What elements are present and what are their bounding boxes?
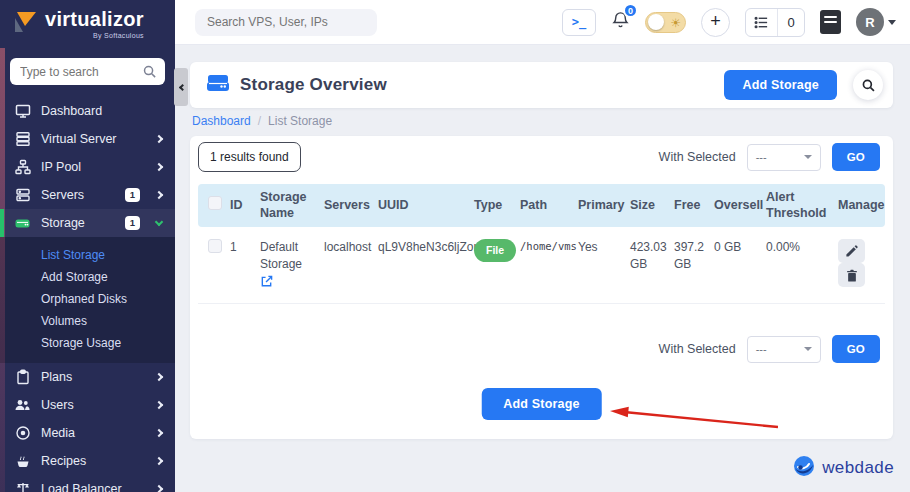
- tasks-count: 0: [778, 15, 804, 30]
- submenu-item-orphaned-disks[interactable]: Orphaned Disks: [0, 288, 175, 310]
- sidebar-item-virtual-server[interactable]: Virtual Server: [0, 125, 175, 153]
- plans-icon: [14, 369, 31, 385]
- sidebar-item-label: Storage: [41, 216, 85, 230]
- trash-icon: [846, 269, 858, 282]
- with-selected-dropdown[interactable]: ---: [747, 336, 821, 363]
- col-uuid: UUID: [374, 184, 470, 227]
- chevron-right-icon: [155, 485, 163, 492]
- edit-button[interactable]: [838, 239, 865, 263]
- table-row: 1 Default Storage localhost qL9V8heN3c6l…: [198, 227, 885, 303]
- breadcrumb-separator: /: [258, 114, 261, 128]
- select-all-checkbox[interactable]: [208, 196, 222, 210]
- col-free: Free: [670, 184, 710, 227]
- cell-path: /home/vms: [516, 227, 574, 303]
- sidebar-item-dashboard[interactable]: Dashboard: [0, 97, 175, 125]
- col-type: Type: [470, 184, 516, 227]
- sidebar-item-label: Users: [41, 398, 74, 412]
- sidebar-item-label: Media: [41, 426, 75, 440]
- row-checkbox[interactable]: [208, 239, 222, 253]
- dropdown-value: ---: [756, 151, 767, 163]
- page-search-button[interactable]: [853, 70, 883, 100]
- results-count-badge: 1 results found: [198, 142, 301, 172]
- col-storage-name: Storage Name: [256, 184, 320, 227]
- chevron-down-icon: [804, 155, 812, 159]
- watermark-text: webdade: [822, 458, 894, 478]
- go-button[interactable]: GO: [832, 335, 880, 363]
- page-title: Storage Overview: [240, 75, 387, 95]
- sidebar-collapse-button[interactable]: [174, 68, 188, 106]
- breadcrumb-dashboard-link[interactable]: Dashboard: [192, 114, 251, 128]
- sidebar-item-recipes[interactable]: Recipes: [0, 447, 175, 475]
- storage-count-badge: 1: [125, 216, 140, 230]
- media-icon: [14, 425, 31, 441]
- notifications-badge: 0: [623, 3, 638, 18]
- book-icon[interactable]: [820, 10, 841, 34]
- ip-pool-icon: [14, 159, 31, 175]
- sidebar-item-storage[interactable]: Storage 1: [0, 209, 175, 237]
- col-servers: Servers: [320, 184, 374, 227]
- with-selected-label: With Selected: [659, 342, 736, 356]
- add-new-button[interactable]: +: [701, 8, 730, 37]
- sidebar-item-label: Servers: [41, 188, 84, 202]
- cell-alert-threshold: 0.00%: [762, 227, 834, 303]
- storage-list-panel: 1 results found With Selected --- GO ID …: [190, 136, 893, 439]
- chevron-down-icon: [155, 217, 163, 225]
- brand-name: virtualizor: [45, 8, 144, 30]
- cell-storage-name: Default Storage: [256, 227, 320, 303]
- chevron-right-icon: [155, 429, 163, 437]
- delete-button[interactable]: [838, 263, 865, 287]
- sidebar-item-label: Recipes: [41, 454, 86, 468]
- table-header-row: ID Storage Name Servers UUID Type Path P…: [198, 184, 885, 227]
- avatar: R: [856, 8, 884, 36]
- sidebar-item-users[interactable]: Users: [0, 391, 175, 419]
- go-button[interactable]: GO: [832, 143, 880, 171]
- col-manage: Manage: [834, 184, 885, 227]
- servers-count-badge: 1: [125, 188, 140, 202]
- brand-tagline: By Softaculous: [45, 32, 144, 39]
- with-selected-dropdown[interactable]: ---: [747, 144, 821, 171]
- chevron-right-icon: [155, 135, 163, 143]
- storage-submenu: List Storage Add Storage Orphaned Disks …: [0, 237, 175, 363]
- dashboard-icon: [14, 103, 31, 119]
- chevron-right-icon: [155, 457, 163, 465]
- dropdown-value: ---: [756, 343, 767, 355]
- sidebar-item-ip-pool[interactable]: IP Pool: [0, 153, 175, 181]
- col-path: Path: [516, 184, 574, 227]
- task-list-icon: [746, 9, 778, 36]
- submenu-item-add-storage[interactable]: Add Storage: [0, 266, 175, 288]
- with-selected-label: With Selected: [659, 150, 736, 164]
- edit-storage-link-icon[interactable]: [260, 275, 316, 293]
- sidebar-item-plans[interactable]: Plans: [0, 363, 175, 391]
- submenu-item-list-storage[interactable]: List Storage: [0, 244, 175, 266]
- col-oversell: Oversell: [710, 184, 762, 227]
- submenu-item-volumes[interactable]: Volumes: [0, 310, 175, 332]
- topbar: >_ 0 ☀ + 0 R: [175, 0, 910, 45]
- col-size: Size: [626, 184, 670, 227]
- load-balancer-icon: [14, 481, 31, 492]
- cell-primary: Yes: [574, 227, 626, 303]
- sidebar-item-servers[interactable]: Servers 1: [0, 181, 175, 209]
- terminal-button[interactable]: >_: [562, 9, 596, 36]
- tasks-button[interactable]: 0: [745, 8, 805, 37]
- add-storage-button[interactable]: Add Storage: [724, 70, 837, 100]
- servers-icon: [14, 187, 31, 203]
- virtualizor-logo-icon: [12, 9, 38, 39]
- submenu-item-storage-usage[interactable]: Storage Usage: [0, 332, 175, 354]
- theme-toggle[interactable]: ☀: [645, 12, 686, 33]
- storage-name-text: Default Storage: [260, 240, 302, 271]
- global-search-input[interactable]: [195, 9, 377, 36]
- sidebar-item-label: IP Pool: [41, 160, 81, 174]
- user-menu[interactable]: R: [856, 8, 896, 36]
- brand-logo[interactable]: virtualizor By Softaculous: [0, 0, 175, 48]
- storage-icon: [14, 215, 31, 231]
- cell-free: 397.2 GB: [670, 227, 710, 303]
- cell-type: File: [470, 227, 516, 303]
- sidebar-item-load-balancer[interactable]: Load Balancer: [0, 475, 175, 492]
- sidebar-item-label: Virtual Server: [41, 132, 117, 146]
- add-storage-button-bottom[interactable]: Add Storage: [481, 388, 602, 420]
- chevron-left-icon: [178, 83, 185, 90]
- sidebar-item-media[interactable]: Media: [0, 419, 175, 447]
- breadcrumb-current: List Storage: [268, 114, 332, 128]
- col-alert-threshold: Alert Threshold: [762, 184, 834, 227]
- notifications-button[interactable]: 0: [611, 10, 630, 34]
